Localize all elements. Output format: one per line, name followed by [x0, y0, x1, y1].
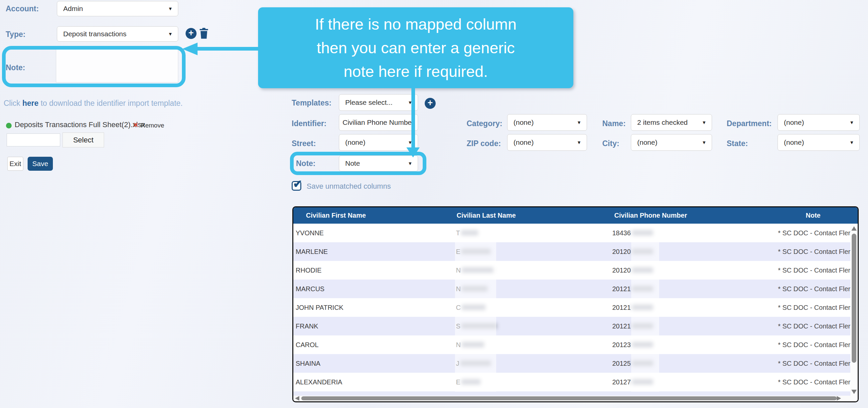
- scroll-right-arrow-icon[interactable]: [837, 396, 841, 401]
- scroll-left-arrow-icon[interactable]: [295, 396, 299, 401]
- street-value: (none): [345, 139, 366, 146]
- cell-phone: 20121: [610, 280, 776, 298]
- cell-phone: 20120: [610, 261, 776, 280]
- cell-first-name: JOHN PATRICK: [293, 298, 454, 317]
- redaction-blur: [461, 230, 478, 236]
- zip-select[interactable]: (none) ▼: [507, 134, 587, 151]
- redaction-blur: [462, 286, 488, 292]
- redaction-blur: [632, 230, 653, 236]
- department-value: (none): [784, 118, 804, 126]
- redaction-blur: [632, 342, 653, 347]
- cell-phone: 20120: [610, 242, 776, 261]
- vertical-scrollbar-thumb[interactable]: [852, 234, 856, 363]
- table-row: MARLENE E 20120 * SC DOC - Contact Fler: [293, 242, 858, 261]
- cell-note: * SC DOC - Contact Fler: [776, 242, 850, 261]
- callout-line: then you can enter a generic: [258, 36, 574, 60]
- redaction-blur: [462, 304, 486, 310]
- download-here-link[interactable]: here: [22, 99, 38, 108]
- table-body: YVONNE T 18436 * SC DOC - Contact Fler M…: [293, 224, 858, 391]
- cell-note: * SC DOC - Contact Fler: [776, 261, 850, 280]
- cell-first-name: ALEXANDERIA: [293, 373, 454, 391]
- type-label: Type:: [6, 30, 26, 39]
- account-label: Account:: [6, 4, 39, 13]
- table-row: FRANK S 20121 * SC DOC - Contact Fler: [293, 317, 858, 336]
- cell-last-name: N: [454, 336, 610, 354]
- city-value: (none): [637, 139, 657, 146]
- city-select[interactable]: (none) ▼: [631, 134, 712, 151]
- name-select[interactable]: 2 items checked ▼: [631, 114, 712, 131]
- type-select[interactable]: Deposit transactions ▼: [57, 26, 178, 41]
- table-row: SHAINA J 20125 * SC DOC - Contact Fler: [293, 354, 858, 373]
- cell-phone: 20123: [610, 336, 776, 354]
- table-row: ALEXANDERIA E 20127 * SC DOC - Contact F…: [293, 373, 858, 391]
- cell-last-name: J: [454, 354, 610, 373]
- add-type-button[interactable]: +: [186, 28, 196, 39]
- table-row: RHODIE N 20120 * SC DOC - Contact Fler: [293, 261, 858, 280]
- table-row: CAROL N 20123 * SC DOC - Contact Fler: [293, 336, 858, 354]
- templates-value: Please select...: [345, 98, 393, 107]
- identifier-select[interactable]: Civilian Phone Number ▼: [339, 114, 418, 131]
- type-value: Deposit transactions: [63, 30, 126, 38]
- cell-note: * SC DOC - Contact Fler: [776, 373, 850, 391]
- last-name-visible-prefix: N: [456, 285, 461, 293]
- trash-icon[interactable]: [199, 27, 209, 39]
- last-name-visible-prefix: E: [456, 248, 460, 255]
- redaction-blur: [462, 342, 484, 347]
- horizontal-scrollbar[interactable]: [293, 396, 850, 401]
- cell-last-name: E: [454, 373, 610, 391]
- save-button[interactable]: Save: [28, 157, 53, 171]
- horizontal-scrollbar-thumb[interactable]: [301, 396, 837, 400]
- last-name-visible-prefix: N: [456, 341, 461, 348]
- table-row: YVONNE T 18436 * SC DOC - Contact Fler: [293, 224, 858, 242]
- save-unmatched-checkbox[interactable]: ✔: [292, 181, 301, 191]
- cell-first-name: MARLENE: [293, 242, 454, 261]
- cell-note: * SC DOC - Contact Fler: [776, 336, 850, 354]
- state-select[interactable]: (none) ▼: [778, 134, 860, 151]
- redaction-blur: [632, 323, 653, 329]
- cell-phone: 20127: [610, 373, 776, 391]
- last-name-visible-prefix: C: [456, 304, 461, 311]
- redaction-blur: [632, 267, 653, 273]
- cell-note: * SC DOC - Contact Fler: [776, 354, 850, 373]
- column-header-last-name: Civilian Last Name: [454, 207, 610, 224]
- vertical-scrollbar[interactable]: [850, 224, 858, 401]
- add-template-button[interactable]: +: [425, 98, 436, 109]
- category-select[interactable]: (none) ▼: [507, 114, 587, 131]
- remove-file-x-icon[interactable]: ✕: [133, 121, 138, 129]
- templates-label: Templates:: [292, 98, 332, 108]
- callout-arrow-down-head: [406, 147, 420, 157]
- scroll-down-arrow-icon[interactable]: [851, 390, 857, 394]
- redaction-blur: [461, 249, 491, 254]
- cell-first-name: SHAINA: [293, 354, 454, 373]
- file-path-input[interactable]: [7, 134, 60, 146]
- scroll-up-arrow-icon[interactable]: [851, 226, 857, 231]
- chevron-down-icon: ▼: [849, 140, 854, 145]
- phone-visible-prefix: 20121: [612, 322, 631, 330]
- last-name-visible-prefix: T: [456, 229, 460, 237]
- table-row-partial: [293, 391, 850, 396]
- department-select[interactable]: (none) ▼: [778, 114, 860, 131]
- account-select[interactable]: Admin ▼: [57, 1, 178, 16]
- name-label: Name:: [602, 119, 625, 128]
- redaction-blur: [462, 267, 494, 273]
- callout-line: If there is no mapped column: [258, 12, 574, 36]
- chevron-down-icon: ▼: [849, 120, 854, 125]
- templates-select[interactable]: Please select... ▼: [339, 94, 418, 111]
- cell-phone: 20121: [610, 317, 776, 336]
- chevron-down-icon: ▼: [577, 120, 581, 125]
- department-label: Department:: [727, 119, 772, 128]
- cell-last-name: E: [454, 242, 610, 261]
- exit-button[interactable]: Exit: [7, 157, 23, 171]
- redaction-blur: [461, 323, 497, 329]
- category-label: Category:: [467, 119, 502, 128]
- redaction-blur: [632, 360, 653, 366]
- cell-last-name: N: [454, 261, 610, 280]
- remove-file-button[interactable]: Remove: [141, 122, 164, 129]
- phone-visible-prefix: 20123: [612, 341, 631, 348]
- phone-visible-prefix: 20125: [612, 360, 631, 367]
- state-value: (none): [784, 139, 804, 146]
- phone-visible-prefix: 18436: [612, 229, 631, 237]
- select-file-button[interactable]: Select: [63, 133, 104, 147]
- callout-line: note here if required.: [258, 60, 574, 83]
- table-row: JOHN PATRICK C 20121 * SC DOC - Contact …: [293, 298, 858, 317]
